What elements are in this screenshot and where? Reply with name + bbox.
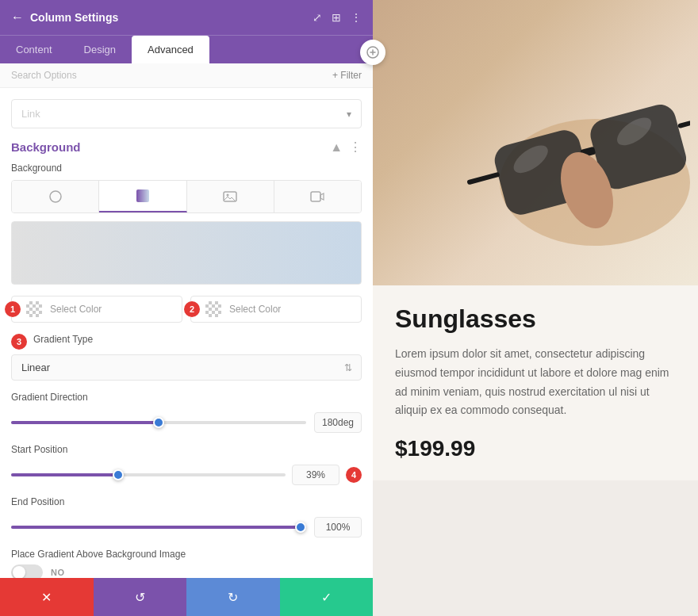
- start-position-value[interactable]: 39%: [292, 465, 339, 485]
- tabs-bar: Content Design Advanced: [0, 35, 373, 63]
- action-bar: ✕ ↺ ↻ ✓: [0, 578, 373, 616]
- bg-tab-gradient[interactable]: [99, 181, 186, 212]
- link-chevron-icon: ▾: [347, 109, 351, 120]
- tab-advanced[interactable]: Advanced: [132, 36, 209, 63]
- search-placeholder: Search Options: [11, 70, 77, 81]
- color-swatch-1: [26, 301, 42, 317]
- gradient-direction-fill: [11, 421, 159, 424]
- gradient-type-select[interactable]: Linear Radial: [11, 354, 362, 381]
- gradient-preview: [11, 221, 362, 285]
- panel-title: Column Settings: [30, 11, 118, 24]
- start-position-label: Start Position: [11, 444, 67, 455]
- badge-2: 2: [184, 301, 200, 317]
- redo-button[interactable]: ↻: [186, 578, 280, 616]
- svg-rect-10: [466, 172, 500, 186]
- end-position-slider-container: 100%: [11, 517, 362, 538]
- svg-rect-11: [677, 113, 690, 128]
- panel-header-actions: ⤢ ⊞ ⋮: [313, 11, 362, 24]
- start-position-track[interactable]: [11, 473, 286, 476]
- toggle-knob: [13, 566, 25, 578]
- gradient-direction-value[interactable]: 180deg: [314, 412, 362, 433]
- badge-1: 1: [5, 301, 21, 317]
- color-swatch-2: [205, 301, 221, 317]
- gradient-direction-slider-container: 180deg: [11, 412, 362, 433]
- end-position-thumb[interactable]: [295, 522, 306, 533]
- panel-toggle-button[interactable]: [360, 40, 385, 65]
- gradient-type-field: 3 Gradient Type Linear Radial ⇅: [11, 334, 362, 381]
- end-position-field: End Position 100%: [11, 496, 362, 538]
- gradient-direction-label: Gradient Direction: [11, 392, 88, 403]
- undo-button[interactable]: ↺: [94, 578, 187, 616]
- tab-design[interactable]: Design: [68, 36, 132, 63]
- place-gradient-label: Place Gradient Above Background Image: [11, 549, 362, 560]
- start-position-row: 39% 4: [11, 465, 362, 485]
- gradient-type-label: Gradient Type: [33, 334, 93, 345]
- background-section: Background ▲ ⋮ Background: [11, 140, 362, 578]
- product-title: Sunglasses: [395, 304, 676, 334]
- end-position-track[interactable]: [11, 526, 306, 529]
- section-controls: ▲ ⋮: [330, 140, 362, 155]
- sunglasses-illustration: [436, 24, 690, 246]
- bg-type-tabs: [11, 180, 362, 213]
- toggle-row: NO: [11, 564, 362, 578]
- color-stop-1-wrapper: 1 Select Color: [11, 296, 182, 323]
- end-position-value[interactable]: 100%: [314, 517, 362, 538]
- toggle-state-label: NO: [51, 568, 65, 577]
- start-position-fill: [11, 473, 118, 476]
- badge-3: 3: [11, 334, 27, 350]
- gradient-direction-track[interactable]: [11, 421, 306, 424]
- save-button[interactable]: ✓: [280, 578, 374, 616]
- bg-tab-solid[interactable]: [12, 181, 99, 212]
- svg-point-3: [227, 194, 229, 197]
- color-stop-1[interactable]: Select Color: [11, 296, 182, 323]
- gradient-direction-header: Gradient Direction: [11, 392, 362, 407]
- svg-rect-4: [311, 192, 320, 201]
- badge-4: 4: [346, 467, 362, 483]
- undo-icon: ↺: [135, 590, 145, 605]
- more-icon[interactable]: ⋮: [351, 11, 362, 24]
- color-stop-2-wrapper: 2 Select Color: [190, 296, 362, 323]
- gradient-direction-field: Gradient Direction 180deg: [11, 392, 362, 433]
- filter-button[interactable]: + Filter: [332, 70, 362, 81]
- color-stop-1-label: Select Color: [50, 304, 102, 315]
- columns-icon[interactable]: ⊞: [332, 11, 341, 24]
- svg-rect-1: [136, 189, 149, 202]
- section-more-icon[interactable]: ⋮: [349, 140, 362, 155]
- section-header: Background ▲ ⋮: [11, 140, 362, 155]
- save-icon: ✓: [321, 590, 332, 605]
- product-price: $199.99: [395, 436, 676, 461]
- start-position-field: Start Position 39% 4: [11, 444, 362, 485]
- bg-tab-video[interactable]: [274, 181, 361, 212]
- cancel-button[interactable]: ✕: [0, 578, 94, 616]
- product-info: Sunglasses Lorem ipsum dolor sit amet, c…: [373, 285, 698, 480]
- product-image: [373, 0, 698, 285]
- panel-header: ← Column Settings ⤢ ⊞ ⋮: [0, 0, 373, 35]
- place-gradient-field: Place Gradient Above Background Image NO: [11, 549, 362, 578]
- product-description: Lorem ipsum dolor sit amet, consectetur …: [395, 345, 676, 420]
- settings-panel: ← Column Settings ⤢ ⊞ ⋮ Content Design A…: [0, 0, 373, 616]
- end-position-label: End Position: [11, 496, 64, 507]
- redo-icon: ↻: [228, 590, 238, 605]
- section-title[interactable]: Background: [11, 140, 81, 154]
- gradient-direction-thumb[interactable]: [153, 417, 164, 428]
- panel-body: Link ▾ Background ▲ ⋮ Background: [0, 88, 373, 578]
- start-position-slider-container: [11, 473, 286, 476]
- color-stop-2[interactable]: Select Color: [190, 296, 362, 323]
- search-bar: Search Options + Filter: [0, 63, 373, 88]
- link-field[interactable]: Link ▾: [11, 99, 362, 128]
- tab-content[interactable]: Content: [0, 36, 68, 63]
- panel-title-area: ← Column Settings: [11, 10, 118, 25]
- cancel-icon: ✕: [41, 590, 52, 605]
- toggle-switch[interactable]: [11, 564, 43, 578]
- end-position-fill: [11, 526, 306, 529]
- collapse-icon[interactable]: ▲: [330, 140, 343, 155]
- product-preview: Sunglasses Lorem ipsum dolor sit amet, c…: [373, 0, 698, 616]
- color-stops: 1 Select Color 2 Select Colo: [11, 296, 362, 323]
- link-label: Link: [21, 108, 40, 120]
- back-icon[interactable]: ←: [11, 10, 24, 25]
- fullscreen-icon[interactable]: ⤢: [313, 11, 322, 24]
- start-position-header: Start Position: [11, 444, 362, 460]
- bg-tab-image[interactable]: [187, 181, 274, 212]
- color-stop-2-label: Select Color: [229, 304, 281, 315]
- start-position-thumb[interactable]: [113, 469, 124, 480]
